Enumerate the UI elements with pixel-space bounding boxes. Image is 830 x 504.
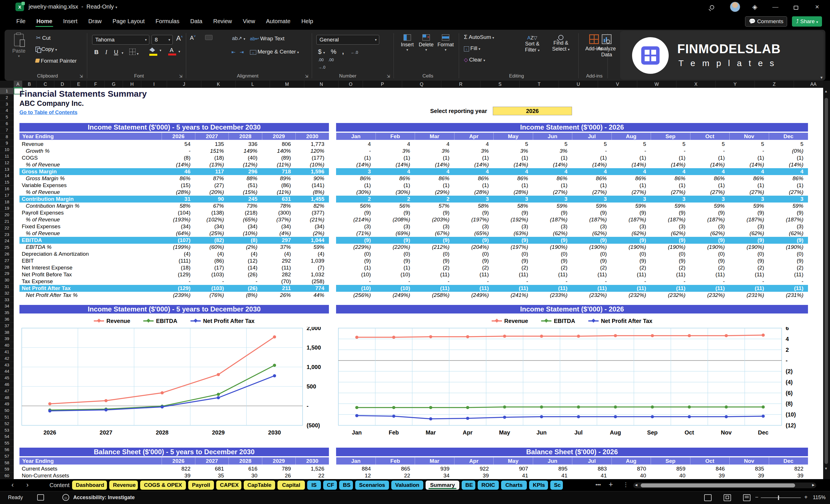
table-row[interactable]: (9)(9)(9)(9)(9)(9)(9)(9)(9)(9)(9)(9) xyxy=(336,209,808,216)
table-cell[interactable]: 5 xyxy=(690,141,725,148)
table-cell[interactable]: 5 xyxy=(572,141,607,148)
italic-button[interactable]: I xyxy=(102,49,110,56)
zoom-level[interactable]: 115% xyxy=(813,495,826,501)
table-cell[interactable]: (4) xyxy=(162,251,190,257)
table-cell[interactable]: 3% xyxy=(454,148,489,154)
table-cell[interactable]: (3) xyxy=(376,223,410,230)
align-top-icon[interactable] xyxy=(192,35,200,40)
table-cell[interactable]: 86% xyxy=(572,175,607,182)
table-cell[interactable]: (9) xyxy=(533,257,568,264)
number-dialog-launcher[interactable]: ⇲ xyxy=(387,74,390,78)
table-cell[interactable]: 4 xyxy=(533,168,568,175)
table-cell[interactable]: - xyxy=(336,278,371,285)
table-cell[interactable]: (1) xyxy=(769,182,804,189)
table-cell[interactable]: 86% xyxy=(729,175,764,182)
table-cell[interactable]: 117 xyxy=(195,168,224,175)
row-header-22[interactable]: 22 xyxy=(0,225,14,231)
table-row[interactable]: % of Revenue(14%)(13%)(12%)(11%)(10%) xyxy=(20,161,329,168)
minimize-button[interactable]: — xyxy=(770,2,780,11)
row-header-1[interactable]: 1 xyxy=(0,88,14,94)
column-header-T[interactable]: T xyxy=(520,81,559,88)
table-cell[interactable]: (9) xyxy=(729,209,764,216)
zoom-in-button[interactable]: + xyxy=(804,494,808,501)
table-cell[interactable]: (2) xyxy=(651,264,685,271)
table-cell[interactable]: 86% xyxy=(162,175,190,182)
table-cell[interactable]: (1) xyxy=(415,154,450,161)
table-cell[interactable]: 41 xyxy=(493,472,528,479)
table-cell[interactable]: (11) xyxy=(415,271,450,278)
table-cell[interactable]: (9) xyxy=(533,209,568,216)
table-cell[interactable]: (1) xyxy=(336,264,371,271)
table-cell[interactable]: (187%) xyxy=(729,216,764,223)
table-cell[interactable]: (103) xyxy=(195,285,224,292)
scroll-left-icon[interactable]: ◀ xyxy=(635,483,637,487)
table-cell[interactable]: (34) xyxy=(195,223,224,230)
monthly-line-chart[interactable]: 642-(2)(4)(6)(8)(10)(12)JanFebMarAprMayJ… xyxy=(336,327,808,442)
table-cell[interactable]: 90 xyxy=(195,196,224,202)
table-cell[interactable]: (9) xyxy=(376,209,410,216)
row-header-19[interactable]: 19 xyxy=(0,205,14,212)
table-cell[interactable]: 149% xyxy=(228,148,257,154)
table-cell[interactable]: (4) xyxy=(195,251,224,257)
table-cell[interactable]: (4) xyxy=(295,251,324,257)
table-cell[interactable]: (11) xyxy=(493,285,528,292)
table-row[interactable]: Depreciation & Amortization(4)(4)(4)(4)(… xyxy=(20,251,329,257)
table-row[interactable]: (10)(10)(11)(11)(11)(11)(11)(11)(11)(11)… xyxy=(336,285,808,292)
column-header-J[interactable]: J xyxy=(167,81,201,88)
wrap-text-button[interactable]: ab↩ Wrap Text xyxy=(250,35,285,42)
row-header-33[interactable]: 33 xyxy=(0,296,14,303)
table-cell[interactable]: (11) xyxy=(690,285,725,292)
row-header-8[interactable]: 8 xyxy=(0,133,14,140)
table-cell[interactable]: (18) xyxy=(162,264,190,271)
align-bottom-icon[interactable] xyxy=(218,35,225,40)
font-dialog-launcher[interactable]: ⇲ xyxy=(179,74,183,78)
menu-item-draw[interactable]: Draw xyxy=(83,14,107,28)
table-cell[interactable]: (18) xyxy=(195,154,224,161)
row-header-40[interactable]: 40 xyxy=(0,342,14,349)
fill-button[interactable]: ↓ Fill ▾ xyxy=(464,45,480,52)
table-cell[interactable]: 58% xyxy=(493,202,528,209)
table-cell[interactable]: 5 xyxy=(611,141,646,148)
table-row[interactable]: (9)(9)(9)(9)(9)(9)(9)(9)(9)(9)(9)(9) xyxy=(336,257,808,264)
table-cell[interactable]: (14%) xyxy=(729,161,764,168)
zoom-slider[interactable] xyxy=(761,497,801,498)
column-header-L[interactable]: L xyxy=(236,81,270,88)
table-cell[interactable]: 39 xyxy=(454,472,489,479)
table-cell[interactable]: (10) xyxy=(336,285,371,292)
table-cell[interactable]: 1,455 xyxy=(295,196,324,202)
table-cell[interactable]: 86% xyxy=(415,175,450,182)
table-cell[interactable]: (0) xyxy=(572,251,607,257)
table-cell[interactable]: (3) xyxy=(415,223,450,230)
table-cell[interactable]: (12%) xyxy=(228,161,257,168)
table-cell[interactable]: 135 xyxy=(195,141,224,148)
table-cell[interactable]: (2) xyxy=(415,264,450,271)
table-cell[interactable]: 3 xyxy=(493,196,528,202)
table-cell[interactable]: 12 xyxy=(336,472,371,479)
table-cell[interactable]: (11) xyxy=(769,285,804,292)
table-cell[interactable]: 37% xyxy=(262,244,291,251)
table-cell[interactable]: (138) xyxy=(195,209,224,216)
table-cell[interactable]: (3) xyxy=(611,223,646,230)
table-cell[interactable]: (239%) xyxy=(162,292,190,298)
table-cell[interactable]: (9) xyxy=(454,257,489,264)
page-title[interactable]: Financial Statements Summary xyxy=(20,89,147,99)
table-cell[interactable]: 59% xyxy=(533,202,568,209)
table-cell[interactable]: 86% xyxy=(769,175,804,182)
table-row[interactable]: ------------ xyxy=(336,278,808,285)
table-cell[interactable]: (258%) xyxy=(415,292,450,298)
table-cell[interactable]: (141) xyxy=(295,182,324,189)
font-size-select[interactable]: 8 ▾ xyxy=(152,35,173,44)
menu-item-file[interactable]: File xyxy=(11,14,31,28)
table-cell[interactable]: - xyxy=(769,278,804,285)
table-row[interactable]: (1)(1)(1)(1)(1)(1)(1)(1)(1)(1)(1)(1) xyxy=(336,154,808,161)
table-cell[interactable]: 39 xyxy=(729,472,764,479)
page-break-view-icon[interactable] xyxy=(743,494,751,501)
table-cell[interactable]: 846 xyxy=(690,465,725,472)
table-cell[interactable]: (14%) xyxy=(690,161,725,168)
table-cell[interactable]: (27%) xyxy=(729,189,764,196)
table-cell[interactable]: (9) xyxy=(769,237,804,244)
table-cell[interactable]: 59% xyxy=(729,202,764,209)
row-header-28[interactable]: 28 xyxy=(0,264,14,271)
table-cell[interactable]: (3) xyxy=(769,223,804,230)
table-row[interactable]: EBIT(111)(86)(12)2921,039 xyxy=(20,257,329,264)
